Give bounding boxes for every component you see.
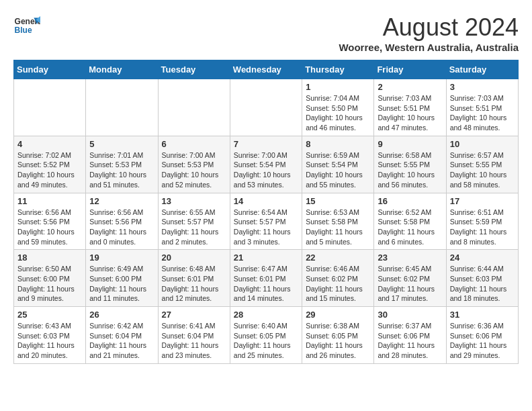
logo-icon: General Blue bbox=[13, 13, 40, 40]
day-cell: 8Sunrise: 6:59 AMSunset: 5:54 PMDaylight… bbox=[302, 136, 374, 193]
day-number: 28 bbox=[234, 310, 298, 320]
month-title: August 2024 bbox=[339, 13, 519, 42]
header-saturday: Saturday bbox=[446, 60, 518, 79]
day-number: 8 bbox=[306, 139, 370, 149]
day-number: 7 bbox=[234, 139, 298, 149]
day-number: 6 bbox=[162, 139, 226, 149]
day-detail: Sunrise: 6:44 AMSunset: 6:03 PMDaylight:… bbox=[450, 264, 515, 304]
day-cell: 29Sunrise: 6:38 AMSunset: 6:05 PMDayligh… bbox=[302, 307, 374, 364]
day-detail: Sunrise: 6:56 AMSunset: 5:56 PMDaylight:… bbox=[17, 208, 82, 247]
day-cell bbox=[14, 79, 86, 136]
day-detail: Sunrise: 6:49 AMSunset: 6:00 PMDaylight:… bbox=[89, 264, 154, 304]
day-detail: Sunrise: 6:51 AMSunset: 5:59 PMDaylight:… bbox=[450, 208, 515, 247]
day-cell bbox=[158, 79, 230, 136]
day-cell: 1Sunrise: 7:04 AMSunset: 5:50 PMDaylight… bbox=[302, 79, 374, 136]
day-cell: 20Sunrise: 6:48 AMSunset: 6:01 PMDayligh… bbox=[158, 250, 230, 307]
day-number: 29 bbox=[306, 310, 370, 320]
day-cell: 25Sunrise: 6:43 AMSunset: 6:03 PMDayligh… bbox=[14, 307, 86, 364]
header-monday: Monday bbox=[86, 60, 158, 79]
header-tuesday: Tuesday bbox=[158, 60, 230, 79]
day-number: 2 bbox=[378, 82, 442, 92]
day-detail: Sunrise: 6:37 AMSunset: 6:06 PMDaylight:… bbox=[378, 321, 442, 361]
day-cell: 18Sunrise: 6:50 AMSunset: 6:00 PMDayligh… bbox=[14, 250, 86, 307]
day-cell: 12Sunrise: 6:56 AMSunset: 5:56 PMDayligh… bbox=[86, 193, 158, 250]
week-row-1: 4Sunrise: 7:02 AMSunset: 5:52 PMDaylight… bbox=[14, 136, 519, 193]
day-number: 25 bbox=[17, 310, 82, 320]
day-number: 16 bbox=[378, 196, 442, 206]
day-number: 12 bbox=[89, 196, 154, 206]
day-cell bbox=[230, 79, 302, 136]
day-detail: Sunrise: 7:04 AMSunset: 5:50 PMDaylight:… bbox=[306, 93, 370, 133]
header-friday: Friday bbox=[374, 60, 446, 79]
week-row-4: 25Sunrise: 6:43 AMSunset: 6:03 PMDayligh… bbox=[14, 307, 519, 364]
day-detail: Sunrise: 6:45 AMSunset: 6:02 PMDaylight:… bbox=[378, 264, 442, 304]
day-number: 1 bbox=[306, 82, 370, 92]
day-number: 14 bbox=[234, 196, 298, 206]
day-cell: 27Sunrise: 6:41 AMSunset: 6:04 PMDayligh… bbox=[158, 307, 230, 364]
day-number: 31 bbox=[450, 310, 515, 320]
week-row-3: 18Sunrise: 6:50 AMSunset: 6:00 PMDayligh… bbox=[14, 250, 519, 307]
day-number: 15 bbox=[306, 196, 370, 206]
day-cell: 15Sunrise: 6:53 AMSunset: 5:58 PMDayligh… bbox=[302, 193, 374, 250]
calendar-body: 1Sunrise: 7:04 AMSunset: 5:50 PMDaylight… bbox=[14, 79, 519, 364]
day-number: 3 bbox=[450, 82, 515, 92]
day-cell: 13Sunrise: 6:55 AMSunset: 5:57 PMDayligh… bbox=[158, 193, 230, 250]
day-detail: Sunrise: 7:03 AMSunset: 5:51 PMDaylight:… bbox=[378, 93, 442, 133]
day-detail: Sunrise: 7:03 AMSunset: 5:51 PMDaylight:… bbox=[450, 93, 515, 133]
day-cell: 9Sunrise: 6:58 AMSunset: 5:55 PMDaylight… bbox=[374, 136, 446, 193]
day-detail: Sunrise: 6:43 AMSunset: 6:03 PMDaylight:… bbox=[17, 321, 82, 361]
day-detail: Sunrise: 6:48 AMSunset: 6:01 PMDaylight:… bbox=[162, 264, 226, 304]
day-number: 19 bbox=[89, 253, 154, 263]
logo: General Blue bbox=[13, 13, 40, 40]
day-number: 24 bbox=[450, 253, 515, 263]
day-number: 17 bbox=[450, 196, 515, 206]
svg-text:Blue: Blue bbox=[15, 26, 32, 35]
day-cell: 7Sunrise: 7:00 AMSunset: 5:54 PMDaylight… bbox=[230, 136, 302, 193]
day-number: 20 bbox=[162, 253, 226, 263]
day-number: 5 bbox=[89, 139, 154, 149]
day-number: 9 bbox=[378, 139, 442, 149]
day-cell bbox=[86, 79, 158, 136]
day-cell: 17Sunrise: 6:51 AMSunset: 5:59 PMDayligh… bbox=[446, 193, 518, 250]
day-cell: 2Sunrise: 7:03 AMSunset: 5:51 PMDaylight… bbox=[374, 79, 446, 136]
week-row-2: 11Sunrise: 6:56 AMSunset: 5:56 PMDayligh… bbox=[14, 193, 519, 250]
day-cell: 22Sunrise: 6:46 AMSunset: 6:02 PMDayligh… bbox=[302, 250, 374, 307]
day-detail: Sunrise: 7:02 AMSunset: 5:52 PMDaylight:… bbox=[17, 150, 82, 190]
day-detail: Sunrise: 7:00 AMSunset: 5:54 PMDaylight:… bbox=[234, 150, 298, 190]
title-block: August 2024 Woorree, Western Australia, … bbox=[339, 13, 519, 53]
day-detail: Sunrise: 6:59 AMSunset: 5:54 PMDaylight:… bbox=[306, 150, 370, 190]
day-cell: 30Sunrise: 6:37 AMSunset: 6:06 PMDayligh… bbox=[374, 307, 446, 364]
header-wednesday: Wednesday bbox=[230, 60, 302, 79]
day-cell: 21Sunrise: 6:47 AMSunset: 6:01 PMDayligh… bbox=[230, 250, 302, 307]
day-cell: 5Sunrise: 7:01 AMSunset: 5:53 PMDaylight… bbox=[86, 136, 158, 193]
day-number: 26 bbox=[89, 310, 154, 320]
day-cell: 26Sunrise: 6:42 AMSunset: 6:04 PMDayligh… bbox=[86, 307, 158, 364]
calendar-table: SundayMondayTuesdayWednesdayThursdayFrid… bbox=[13, 60, 519, 364]
day-cell: 14Sunrise: 6:54 AMSunset: 5:57 PMDayligh… bbox=[230, 193, 302, 250]
day-cell: 10Sunrise: 6:57 AMSunset: 5:55 PMDayligh… bbox=[446, 136, 518, 193]
location-subtitle: Woorree, Western Australia, Australia bbox=[339, 42, 519, 53]
calendar-header: SundayMondayTuesdayWednesdayThursdayFrid… bbox=[14, 60, 519, 79]
day-cell: 16Sunrise: 6:52 AMSunset: 5:58 PMDayligh… bbox=[374, 193, 446, 250]
day-detail: Sunrise: 6:36 AMSunset: 6:06 PMDaylight:… bbox=[450, 321, 515, 361]
day-detail: Sunrise: 7:01 AMSunset: 5:53 PMDaylight:… bbox=[89, 150, 154, 190]
day-number: 21 bbox=[234, 253, 298, 263]
day-number: 22 bbox=[306, 253, 370, 263]
day-number: 27 bbox=[162, 310, 226, 320]
day-cell: 3Sunrise: 7:03 AMSunset: 5:51 PMDaylight… bbox=[446, 79, 518, 136]
day-detail: Sunrise: 6:42 AMSunset: 6:04 PMDaylight:… bbox=[89, 321, 154, 361]
day-detail: Sunrise: 6:50 AMSunset: 6:00 PMDaylight:… bbox=[17, 264, 82, 304]
day-detail: Sunrise: 6:41 AMSunset: 6:04 PMDaylight:… bbox=[162, 321, 226, 361]
page-header: General Blue August 2024 Woorree, Wester… bbox=[13, 13, 519, 53]
day-number: 18 bbox=[17, 253, 82, 263]
day-detail: Sunrise: 6:58 AMSunset: 5:55 PMDaylight:… bbox=[378, 150, 442, 190]
day-detail: Sunrise: 6:56 AMSunset: 5:56 PMDaylight:… bbox=[89, 208, 154, 247]
day-cell: 11Sunrise: 6:56 AMSunset: 5:56 PMDayligh… bbox=[14, 193, 86, 250]
header-sunday: Sunday bbox=[14, 60, 86, 79]
day-number: 30 bbox=[378, 310, 442, 320]
day-detail: Sunrise: 6:53 AMSunset: 5:58 PMDaylight:… bbox=[306, 208, 370, 247]
day-cell: 31Sunrise: 6:36 AMSunset: 6:06 PMDayligh… bbox=[446, 307, 518, 364]
header-row: SundayMondayTuesdayWednesdayThursdayFrid… bbox=[14, 60, 519, 79]
day-detail: Sunrise: 6:57 AMSunset: 5:55 PMDaylight:… bbox=[450, 150, 515, 190]
day-detail: Sunrise: 7:00 AMSunset: 5:53 PMDaylight:… bbox=[162, 150, 226, 190]
